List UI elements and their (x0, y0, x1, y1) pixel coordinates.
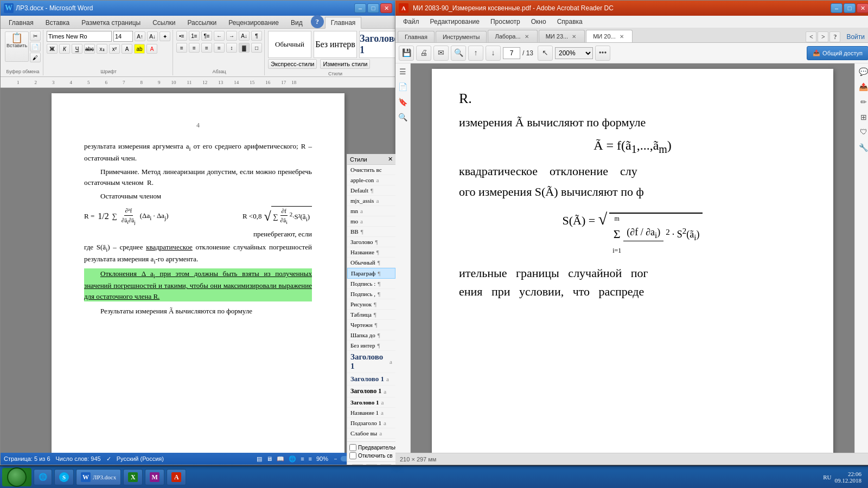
font-name-input[interactable] (47, 31, 112, 42)
pdf-tab-home[interactable]: Главная (398, 31, 435, 42)
italic-button[interactable]: К (59, 44, 70, 54)
style-item-clear[interactable]: Очистить вс (347, 165, 395, 175)
word-minimize-button[interactable]: – (354, 3, 366, 13)
align-left-button[interactable]: ≡ (176, 43, 187, 53)
clear-format-button[interactable]: ✦ (159, 31, 170, 41)
taskbar-app-acrobat[interactable]: A (167, 469, 186, 485)
shading-button[interactable]: ▓ (239, 43, 250, 53)
paste-button[interactable]: 📋 Вставить (5, 31, 29, 62)
menu-view[interactable]: Просмотр (485, 17, 526, 27)
pdf-tab-lab-close[interactable]: ✕ (523, 33, 531, 40)
style-item-zag3[interactable]: Заголово 1a (347, 386, 395, 397)
pdf-sidebar-bookmark-btn[interactable]: 🔖 (397, 96, 409, 108)
pdf-scroll-down-button[interactable]: ↓ (486, 46, 501, 61)
indent-right-button[interactable]: → (226, 31, 237, 41)
line-spacing-button[interactable]: ↕ (226, 43, 237, 53)
taskbar-app-skype[interactable]: S (54, 469, 74, 485)
style-item-tablica[interactable]: Таблица¶ (347, 310, 395, 320)
style-item-bez[interactable]: Без интер¶ (347, 341, 395, 351)
pdf-scroll-up-button[interactable]: ↑ (468, 46, 483, 61)
start-button[interactable] (2, 468, 31, 486)
word-maximize-button[interactable]: □ (367, 3, 379, 13)
pdf-right-tools-btn[interactable]: 🔧 (858, 142, 869, 153)
pdf-tab-mi20[interactable]: МИ 20... ✕ (586, 30, 633, 42)
tab-help-button[interactable]: ? (829, 31, 840, 42)
strikethrough-button[interactable]: abc (84, 44, 95, 54)
pdf-share-button[interactable]: 📤 Общий доступ (807, 46, 868, 60)
indent-left-button[interactable]: ← (214, 31, 225, 41)
pdf-page-area[interactable]: R. измерения Ã вычисляют по формуле Ã = … (411, 63, 854, 453)
font-size-input[interactable] (113, 31, 133, 42)
word-close-button[interactable]: ✕ (380, 3, 392, 13)
sort-button[interactable]: A↓ (239, 31, 250, 41)
show-para-button[interactable]: ¶ (251, 31, 262, 41)
style-item-apple[interactable]: apple-cona (347, 175, 395, 185)
grow-font-button[interactable]: A↑ (135, 31, 145, 41)
style-item-mjx[interactable]: mjx_assisa (347, 196, 395, 206)
bullets-button[interactable]: •≡ (176, 31, 187, 41)
font-color-button[interactable]: A (146, 44, 157, 54)
pdf-print-button[interactable]: 🖨 (416, 46, 431, 61)
style-item-podpis1[interactable]: Подпись :¶ (347, 279, 395, 289)
tab-prev-button[interactable]: < (806, 31, 816, 42)
taskbar-app-word[interactable]: W ЛР3.docx (76, 469, 121, 485)
pdf-right-grid-btn[interactable]: ⊞ (858, 111, 869, 123)
pdf-sidebar-page-btn[interactable]: 📄 (397, 81, 409, 93)
change-styles-button[interactable]: Изменить стили (320, 59, 370, 69)
menu-window[interactable]: Окно (526, 17, 552, 27)
style-item-heading[interactable]: Заголово¶ (347, 237, 395, 247)
taskbar-app-chrome[interactable]: 🌐 (34, 469, 52, 485)
border-button[interactable]: □ (251, 43, 262, 53)
tab-hlavnaya-active[interactable]: Главная (325, 17, 362, 29)
copy-button[interactable]: 📄 (30, 42, 41, 52)
style-item-mn[interactable]: mna (347, 206, 395, 216)
pdf-sidebar-menu-btn[interactable]: ☰ (397, 66, 409, 78)
zoom-minus[interactable]: － (333, 455, 339, 463)
pdf-zoom-select[interactable]: 200% 150% 100% 75% (555, 47, 593, 59)
tab-next-button[interactable]: > (818, 31, 828, 42)
pdf-close-button[interactable]: ✕ (857, 3, 868, 13)
superscript-button[interactable]: x² (109, 44, 120, 54)
format-painter-button[interactable]: 🖌 (30, 53, 41, 62)
pdf-tab-mi20-close[interactable]: ✕ (618, 33, 626, 40)
express-styles-button[interactable]: Экспресс-стили (268, 59, 317, 69)
style-item-podpis2[interactable]: Подпись ,¶ (347, 289, 395, 299)
tab-razmetka[interactable]: Разметка страницы (75, 17, 146, 28)
style-item-chertezh[interactable]: Чертежн¶ (347, 320, 395, 330)
view-reading-icon[interactable]: 📖 (277, 455, 284, 463)
pdf-page-input[interactable] (503, 47, 520, 59)
style-item-mo[interactable]: moa (347, 216, 395, 227)
style-item-name2[interactable]: Название 1a (347, 408, 395, 418)
pdf-tab-mi23[interactable]: МИ 23... ✕ (539, 30, 585, 42)
underline-button[interactable]: Ч (72, 44, 82, 54)
pdf-tab-tools[interactable]: Инструменты (436, 31, 487, 42)
style-normal-item[interactable]: Обычный (268, 31, 311, 58)
tab-recenzirovanie[interactable]: Рецензирование (222, 17, 285, 28)
taskbar-app-excel[interactable]: X (123, 469, 143, 485)
pdf-more-button[interactable]: ••• (595, 46, 610, 61)
align-justify-button[interactable]: ≡ (214, 43, 225, 53)
pdf-tab-mi23-close[interactable]: ✕ (570, 33, 578, 40)
pdf-search-button[interactable]: 🔍 (451, 46, 466, 61)
login-button[interactable]: Войти (841, 31, 868, 42)
numbering-button[interactable]: 1≡ (189, 31, 200, 41)
tab-rassylki[interactable]: Рассылки (181, 17, 222, 28)
tab-glavnaya[interactable]: Главная (3, 17, 40, 28)
disable-checkbox-label[interactable]: Отключить св (349, 452, 393, 453)
menu-help[interactable]: Справка (552, 17, 588, 27)
view-print-icon[interactable]: 🖥 (266, 455, 272, 462)
style-item-slaboe[interactable]: Слабое выa (347, 428, 395, 439)
shrink-font-button[interactable]: A↓ (147, 31, 158, 41)
word-doc-scroll[interactable]: 4 результата измерения аргумента ai от е… (1, 88, 395, 453)
bold-button[interactable]: Ж (47, 44, 58, 54)
text-effects-button[interactable]: A (122, 44, 132, 54)
style-item-default[interactable]: Default¶ (347, 185, 395, 196)
style-item-podzag[interactable]: Подзаголо 1a (347, 418, 395, 428)
view-outline-icon[interactable]: ≡ (301, 455, 304, 462)
pdf-tab-lab[interactable]: Лабора... ✕ (488, 30, 537, 42)
pdf-save-button[interactable]: 💾 (399, 46, 414, 61)
cut-button[interactable]: ✂ (30, 31, 41, 41)
tab-ssylki[interactable]: Ссылки (146, 17, 181, 28)
pdf-minimize-button[interactable]: – (831, 3, 843, 13)
pdf-right-fill-btn[interactable]: ✏ (858, 96, 869, 108)
